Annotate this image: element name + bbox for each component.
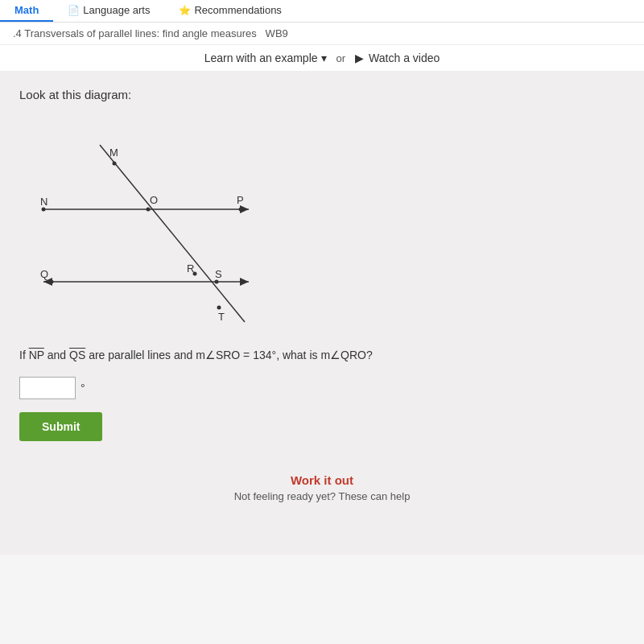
svg-line-2: [100, 145, 245, 322]
bottom-section: Work it out Not feeling ready yet? These…: [19, 473, 625, 502]
label-S: S: [215, 268, 222, 280]
point-P-dot: [239, 208, 243, 212]
recommendations-tab-label: Recommendations: [194, 4, 281, 16]
diagram-container: M N O P Q R S T: [19, 113, 325, 330]
degree-symbol: °: [80, 382, 85, 394]
language-arts-icon: 📄: [68, 5, 80, 16]
point-S-dot: [215, 280, 219, 284]
main-content: Look at this diagram:: [0, 72, 644, 555]
work-it-out-label[interactable]: Work it out: [19, 473, 625, 487]
learn-example-button[interactable]: Learn with an example ▾: [204, 52, 327, 64]
question-text: If NP and QS are parallel lines and m∠SR…: [19, 346, 625, 364]
point-Q-dot: [50, 280, 54, 284]
label-T: T: [218, 311, 225, 323]
subtitle-bar: .4 Transversals of parallel lines: find …: [0, 23, 644, 45]
label-O: O: [150, 194, 158, 206]
tab-math[interactable]: Math: [0, 0, 53, 22]
watch-video-button[interactable]: ▶ Watch a video: [355, 52, 440, 64]
point-M: [113, 162, 117, 166]
label-M: M: [109, 147, 118, 159]
point-T: [217, 306, 221, 310]
answer-row: °: [19, 377, 625, 399]
recommendations-icon: ⭐: [179, 5, 191, 16]
question-prefix: If: [19, 349, 29, 361]
subtitle-text: .4 Transversals of parallel lines: find …: [13, 27, 257, 39]
watch-video-label: Watch a video: [369, 52, 440, 64]
subtitle-badge: WB9: [266, 27, 288, 39]
point-N-dot: [42, 208, 46, 212]
label-Q: Q: [40, 268, 48, 280]
chevron-down-icon: ▾: [321, 52, 327, 64]
learn-example-label: Learn with an example: [204, 52, 318, 64]
label-R: R: [187, 262, 194, 275]
question-and: and: [47, 349, 69, 361]
label-N: N: [40, 196, 47, 208]
line-qs: QS: [69, 349, 85, 361]
question-suffix: are parallel lines and m∠SRO = 134°, wha…: [89, 349, 373, 361]
language-arts-tab-label: Language arts: [83, 4, 150, 16]
math-tab-label: Math: [14, 4, 39, 16]
action-bar: Learn with an example ▾ or ▶ Watch a vid…: [0, 45, 644, 72]
qs-right-arrow: [240, 278, 249, 286]
not-ready-text: Not feeling ready yet? These can help: [19, 490, 625, 502]
line-np: NP: [29, 349, 44, 361]
tab-recommendations[interactable]: ⭐ Recommendations: [164, 0, 295, 22]
play-icon: ▶: [355, 52, 364, 64]
diagram-label: Look at this diagram:: [19, 88, 625, 101]
point-O: [147, 208, 151, 212]
top-nav: Math 📄 Language arts ⭐ Recommendations: [0, 0, 644, 23]
tab-language-arts[interactable]: 📄 Language arts: [53, 0, 164, 22]
label-P: P: [237, 194, 244, 206]
or-text: or: [336, 52, 346, 64]
geometry-diagram: M N O P Q R S T: [19, 113, 325, 330]
submit-button[interactable]: Submit: [19, 412, 102, 441]
answer-input[interactable]: [19, 377, 76, 399]
